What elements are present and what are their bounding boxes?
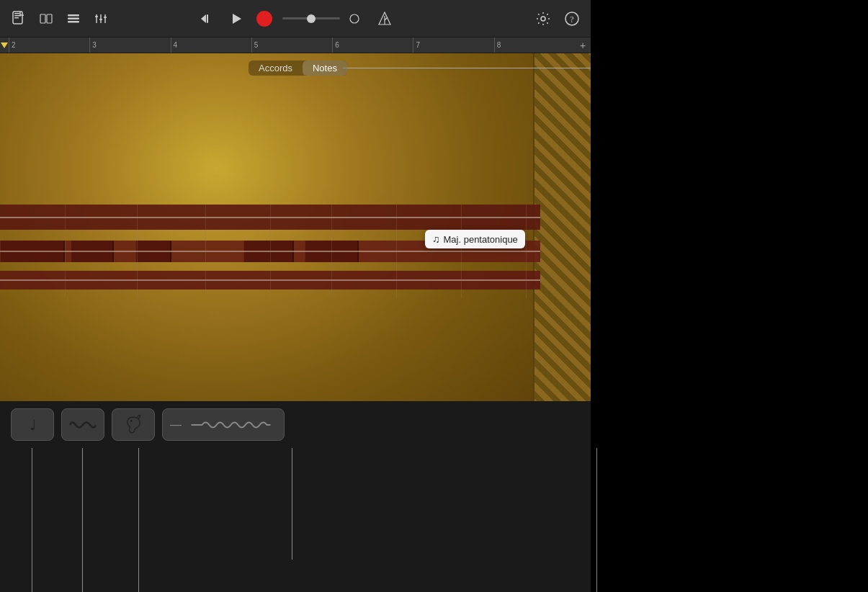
toolbar-center xyxy=(196,9,395,29)
metronome-icon[interactable] xyxy=(375,9,395,29)
volume-slider-track[interactable] xyxy=(282,17,340,19)
view-list-icon[interactable] xyxy=(63,9,84,29)
svg-rect-1 xyxy=(14,13,19,14)
ruler-mark-2: 2 xyxy=(9,37,89,53)
tooltip-text: Maj. pentatonique xyxy=(444,234,518,245)
volume-slider-thumb[interactable] xyxy=(307,14,316,23)
tab-accords[interactable]: Accords xyxy=(249,60,303,76)
bottom-controls: ♩ — xyxy=(0,401,591,448)
record-button[interactable] xyxy=(256,11,272,27)
tab-notes[interactable]: Notes xyxy=(303,60,347,76)
view-single-icon[interactable] xyxy=(36,9,56,29)
ruler-marks: 2 3 4 5 6 7 8 xyxy=(9,37,575,53)
svg-marker-15 xyxy=(201,14,206,23)
playhead xyxy=(1,42,8,48)
scale-tooltip: ♫ Maj. pentatonique xyxy=(425,230,525,248)
connector-area xyxy=(0,439,591,592)
svg-rect-3 xyxy=(14,17,19,19)
svg-marker-17 xyxy=(233,14,241,24)
main-area: Accords Notes ♫ Maj. pentatonique xyxy=(0,53,591,439)
rewind-button[interactable] xyxy=(196,9,216,29)
vert-line-4 xyxy=(292,448,292,560)
svg-rect-14 xyxy=(104,17,107,18)
svg-rect-7 xyxy=(68,17,79,19)
help-icon[interactable]: ? xyxy=(562,9,582,29)
play-button[interactable] xyxy=(226,9,246,29)
vert-line-5 xyxy=(596,448,597,592)
guitar-body xyxy=(533,53,591,439)
svg-rect-13 xyxy=(99,19,102,20)
mixer-icon[interactable] xyxy=(91,9,111,29)
svg-rect-12 xyxy=(95,16,98,17)
vert-line-2 xyxy=(82,448,83,592)
svg-rect-8 xyxy=(68,21,79,23)
svg-rect-16 xyxy=(207,14,208,23)
settings-icon[interactable] xyxy=(533,9,553,29)
svg-point-25 xyxy=(130,420,133,422)
tab-toggle: Accords Notes xyxy=(249,60,347,76)
svg-text:?: ? xyxy=(570,14,573,24)
svg-rect-4 xyxy=(40,14,45,23)
ruler-mark-4: 4 xyxy=(171,37,251,53)
vert-line-1 xyxy=(32,448,32,592)
toolbar-left xyxy=(9,9,111,29)
tab-separator-line xyxy=(343,68,591,68)
svg-rect-6 xyxy=(68,14,79,17)
svg-point-22 xyxy=(541,17,545,21)
page-icon[interactable] xyxy=(9,9,29,29)
vert-line-3 xyxy=(138,448,139,592)
wave-style-button[interactable] xyxy=(61,408,104,441)
svg-point-18 xyxy=(350,14,359,23)
svg-rect-2 xyxy=(14,15,21,17)
svg-rect-5 xyxy=(47,14,52,23)
ruler-mark-6: 6 xyxy=(332,37,413,53)
ruler-mark-3: 3 xyxy=(89,37,170,53)
vibrato-control-button[interactable]: — xyxy=(162,408,285,441)
ruler-mark-8: 8 xyxy=(494,37,575,53)
fretboard xyxy=(0,205,540,338)
ruler-mark-7: 7 xyxy=(413,37,493,53)
notes-style-button[interactable]: ♩ xyxy=(11,408,54,441)
ruler-add-button[interactable]: + xyxy=(575,37,591,53)
toolbar-right: ? xyxy=(533,9,582,29)
timeline-ruler: 2 3 4 5 6 7 8 + xyxy=(0,37,591,53)
right-panel xyxy=(591,0,868,592)
ruler-mark-5: 5 xyxy=(251,37,332,53)
volume-icon xyxy=(344,9,364,29)
tooltip-music-icon: ♫ xyxy=(432,233,440,245)
horse-style-button[interactable] xyxy=(112,408,155,441)
ruler-start-mark xyxy=(0,37,9,53)
volume-control[interactable] xyxy=(282,9,364,29)
toolbar: ? xyxy=(0,0,591,37)
